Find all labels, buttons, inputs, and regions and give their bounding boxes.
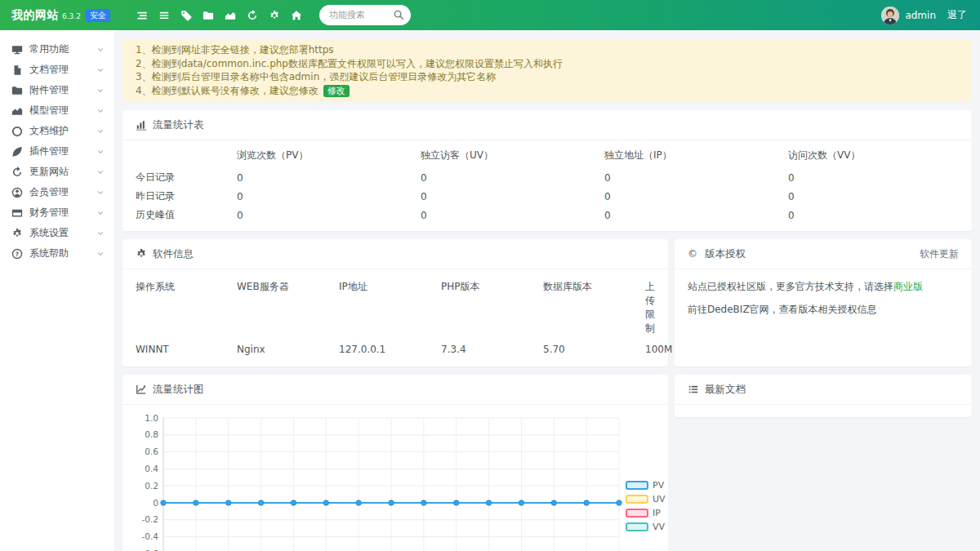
legend-swatch xyxy=(626,495,648,504)
logout-link[interactable]: 退了 xyxy=(947,8,967,22)
chart-area-icon[interactable] xyxy=(225,10,236,21)
software-info-header: 软件信息 xyxy=(122,239,668,269)
legend-item-vv[interactable]: VV xyxy=(626,522,666,532)
question-icon: ? xyxy=(11,248,23,260)
sidebar-item-label: 插件管理 xyxy=(29,144,69,158)
folder-icon xyxy=(11,85,23,96)
sidebar-item-label: 系统帮助 xyxy=(29,247,69,260)
circle-icon xyxy=(11,126,23,137)
commercial-link[interactable]: 商业版 xyxy=(893,281,923,292)
traffic-col-header: 浏览次数（PV） xyxy=(237,149,421,162)
chevron-down-icon xyxy=(96,229,105,238)
chart-plot: 1.00.80.60.40.20-0.2-0.4-0.6-0.8-1.005-2… xyxy=(134,411,624,551)
software-info-label: 上传限制 xyxy=(645,280,655,335)
traffic-row-label: 昨日记录 xyxy=(136,189,237,203)
legend-item-pv[interactable]: PV xyxy=(626,480,666,491)
software-info-label: PHP版本 xyxy=(441,280,543,335)
username[interactable]: admin xyxy=(905,10,936,21)
chevron-down-icon xyxy=(96,250,105,258)
software-info-value: 7.3.4 xyxy=(441,344,543,355)
chevron-down-icon xyxy=(96,148,105,156)
license-title: 版本授权 xyxy=(705,247,746,261)
software-info-label: 操作系统 xyxy=(136,280,237,335)
license-line2: 前往DedeBIZ官网，查看版本相关授权信息 xyxy=(688,303,959,317)
chevron-down-icon xyxy=(96,107,105,115)
topbar-icon-menu xyxy=(131,10,308,21)
traffic-value: 0 xyxy=(237,172,421,184)
sidebar-item-label: 文档维护 xyxy=(29,124,69,138)
traffic-chart-title: 流量统计图 xyxy=(153,383,204,397)
sidebar-item-label: 常用功能 xyxy=(29,42,69,56)
tag-icon[interactable] xyxy=(180,10,192,21)
topbar-user-area: admin 退了 xyxy=(881,7,980,24)
traffic-col-header: 独立地址（IP） xyxy=(604,149,788,162)
svg-text:0.4: 0.4 xyxy=(145,464,158,473)
avatar[interactable] xyxy=(881,7,899,24)
brand-title: 我的网站 xyxy=(11,8,59,23)
security-badge: 安全 xyxy=(86,9,110,22)
sidebar-item-11[interactable]: ?系统帮助 xyxy=(0,243,114,264)
sidebar-item-5[interactable]: 文档维护 xyxy=(0,121,114,141)
legend-label: IP xyxy=(653,508,661,518)
software-update-link[interactable]: 软件更新 xyxy=(920,247,959,261)
bars-icon[interactable] xyxy=(158,10,170,21)
sidebar-item-10[interactable]: 系统设置 xyxy=(0,223,114,243)
cog-icon xyxy=(11,228,23,239)
license-body: 站点已授权社区版，更多官方技术支持，请选择商业版 前往DedeBIZ官网，查看版… xyxy=(675,269,972,327)
sidebar-item-7[interactable]: 更新网站 xyxy=(0,162,114,182)
sidebar-item-1[interactable]: 常用功能 xyxy=(0,39,114,60)
traffic-table-head-row: 浏览次数（PV）独立访客（UV）独立地址（IP）访问次数（VV） xyxy=(136,142,972,168)
traffic-value: 0 xyxy=(604,172,788,184)
home-icon[interactable] xyxy=(291,10,302,21)
alert-line-3: 3、检测到后台管理目录名称中包含admin，强烈建议后台管理目录修改为其它名称 xyxy=(136,70,959,84)
svg-text:-0.4: -0.4 xyxy=(142,531,159,541)
table-row: 昨日记录0000 xyxy=(136,187,972,206)
desktop-icon xyxy=(11,44,23,56)
sidebar-item-6[interactable]: 插件管理 xyxy=(0,141,114,162)
chart-legend: PVUVIPVV xyxy=(626,480,666,551)
latest-docs-body xyxy=(675,405,972,417)
table-row: 历史峰值0000 xyxy=(136,206,972,224)
legend-item-uv[interactable]: UV xyxy=(626,494,666,504)
sidebar-item-2[interactable]: 文档管理 xyxy=(0,60,114,80)
svg-text:-0.2: -0.2 xyxy=(142,514,159,524)
traffic-value: 0 xyxy=(788,172,972,184)
traffic-table: 浏览次数（PV）独立访客（UV）独立地址（IP）访问次数（VV）今日记录0000… xyxy=(122,140,972,231)
latest-docs-title: 最新文档 xyxy=(705,383,746,397)
chevron-down-icon xyxy=(96,189,105,197)
bar-chart-icon xyxy=(136,119,147,131)
sidebar-item-label: 会员管理 xyxy=(29,185,69,199)
svg-text:0.8: 0.8 xyxy=(145,429,158,439)
sync-icon xyxy=(11,167,23,178)
legend-item-ip[interactable]: IP xyxy=(626,508,666,518)
software-info-title: 软件信息 xyxy=(153,247,194,261)
sidebar-item-9[interactable]: 财务管理 xyxy=(0,202,114,223)
sync-icon[interactable] xyxy=(247,10,258,21)
chart-area-icon xyxy=(11,105,23,117)
latest-docs-header: 最新文档 xyxy=(675,375,972,405)
sidebar-item-8[interactable]: 会员管理 xyxy=(0,182,114,202)
plug-icon xyxy=(11,146,23,158)
cog-icon[interactable] xyxy=(269,10,280,21)
folder-icon[interactable] xyxy=(203,10,214,21)
legend-label: VV xyxy=(653,522,665,532)
sidebar-item-4[interactable]: 模型管理 xyxy=(0,100,114,121)
sidebar-item-3[interactable]: 附件管理 xyxy=(0,80,114,100)
edit-account-button[interactable]: 修改 xyxy=(323,85,350,97)
traffic-chart-card: 流量统计图 1.00.80.60.40.20-0.2-0.4-0.6-0.8-1… xyxy=(122,375,668,551)
software-info-value: 5.70 xyxy=(543,344,645,355)
latest-docs-card: 最新文档 xyxy=(675,375,972,417)
software-info-value: 127.0.0.1 xyxy=(339,344,441,355)
legend-swatch xyxy=(626,481,648,490)
table-row: 今日记录0000 xyxy=(136,168,972,187)
search-icon[interactable] xyxy=(393,9,404,20)
stream-icon[interactable] xyxy=(136,10,148,21)
traffic-chart-header: 流量统计图 xyxy=(122,375,668,405)
sidebar-item-label: 财务管理 xyxy=(29,206,69,220)
chevron-down-icon xyxy=(96,127,105,136)
brand[interactable]: 我的网站 6.3.2 安全 xyxy=(0,8,110,23)
traffic-value: 0 xyxy=(604,191,788,202)
traffic-value: 0 xyxy=(421,191,604,202)
svg-text:0: 0 xyxy=(153,498,158,508)
traffic-value: 0 xyxy=(237,191,421,202)
